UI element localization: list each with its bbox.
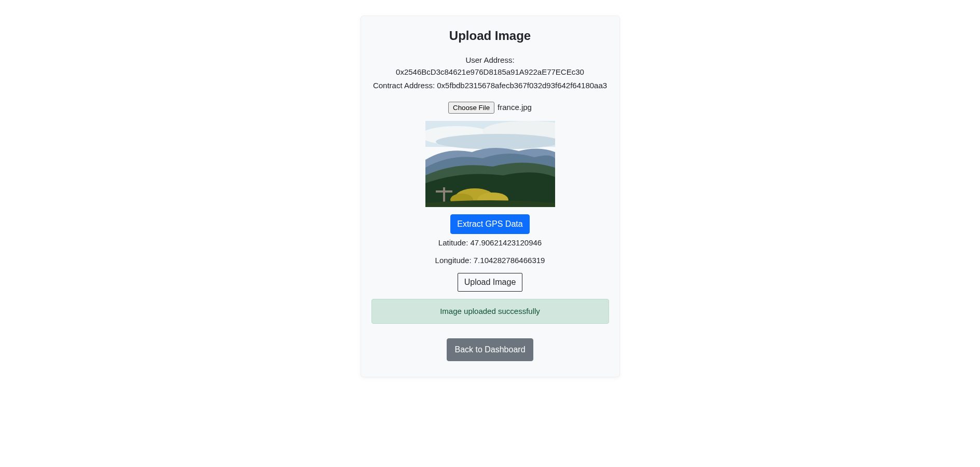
longitude-line: Longitude: 7.104282786466319 (371, 255, 609, 267)
user-address-label: User Address: (465, 56, 514, 64)
upload-image-button[interactable]: Upload Image (458, 273, 523, 292)
landscape-preview-svg (425, 121, 555, 207)
address-info-block: User Address: 0x2546BcD3c84621e976D8185a… (371, 54, 609, 92)
image-preview (425, 121, 555, 207)
user-address-value: 0x2546BcD3c84621e976D8185a91A922aE77ECEc… (396, 67, 584, 76)
selected-file-name: france.jpg (498, 102, 532, 114)
contract-address-label: Contract Address: (373, 81, 437, 90)
contract-address-value: 0x5fbdb2315678afecb367f032d93f642f64180a… (437, 81, 607, 90)
latitude-value: 47.90621423120946 (471, 238, 542, 247)
back-to-dashboard-button[interactable]: Back to Dashboard (447, 338, 533, 361)
latitude-label: Latitude: (438, 238, 471, 247)
page-title: Upload Image (371, 26, 609, 45)
upload-card: Upload Image User Address: 0x2546BcD3c84… (361, 16, 620, 377)
longitude-label: Longitude: (435, 256, 474, 265)
svg-rect-8 (436, 190, 452, 193)
svg-rect-7 (443, 187, 445, 203)
latitude-line: Latitude: 47.90621423120946 (371, 237, 609, 249)
success-alert: Image uploaded successfully (371, 299, 609, 324)
user-address-line: User Address: 0x2546BcD3c84621e976D8185a… (371, 54, 609, 78)
choose-file-button[interactable]: Choose File (448, 102, 494, 114)
extract-gps-button[interactable]: Extract GPS Data (450, 214, 529, 234)
longitude-value: 7.104282786466319 (474, 256, 545, 265)
svg-point-3 (436, 134, 555, 149)
file-input-row: Choose File france.jpg (448, 102, 532, 114)
contract-address-line: Contract Address: 0x5fbdb2315678afecb367… (371, 80, 609, 92)
